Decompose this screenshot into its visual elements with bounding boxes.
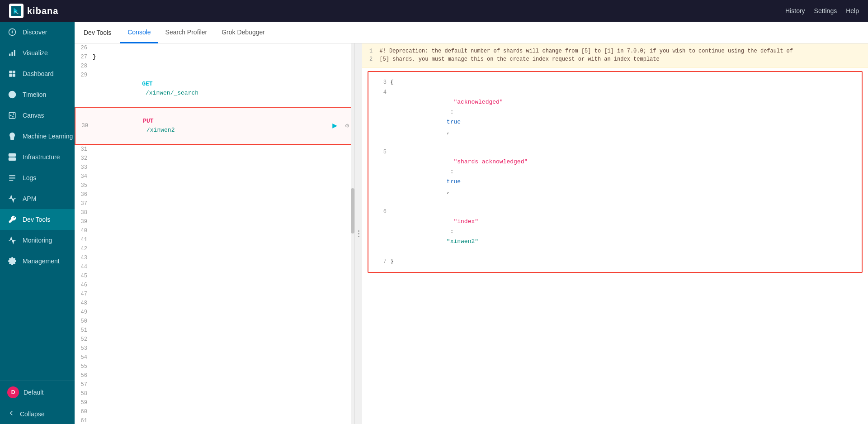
editor-line-30[interactable]: 30 PUT /xinwen2 ▶ ⚙ [75,107,354,145]
collapse-icon [7,409,15,419]
json-open-brace: { [390,77,394,87]
editor-line-46: 46 [75,281,354,290]
editor-line-35: 35 [75,181,354,190]
svg-rect-23 [9,179,15,180]
panel-divider[interactable] [355,43,362,424]
editor-line-26: 26 [75,43,354,52]
kibana-title: kibana [27,6,58,16]
sidebar-label-machine-learning: Machine Learning [23,133,73,140]
editor-line-33: 33 [75,163,354,172]
sidebar-item-infrastructure[interactable]: Infrastructure [0,147,75,167]
editor-line-56: 56 [75,371,354,380]
svg-point-13 [10,115,12,116]
line-num-26: 26 [75,43,91,52]
divider-dot-2 [358,233,359,234]
editor-line-29: 29 GET /xinwen/_search [75,71,354,107]
settings-button[interactable]: ⚙ [345,121,349,130]
devtools-header: Dev Tools Console Search Profiler Grok D… [75,22,868,43]
json-acknowledged: "acknowledged" : true , [390,87,503,147]
svg-rect-21 [9,175,15,176]
editor-line-57: 57 [75,380,354,389]
sidebar-item-machine-learning[interactable]: Machine Learning [0,126,75,147]
warning-text-2: [5] shards, you must manage this on the … [379,56,659,62]
sidebar-item-timelion[interactable]: Timelion [0,84,75,105]
sidebar-bottom: D Default Collapse [0,381,75,424]
editor-line-54: 54 [75,353,354,362]
wrench-icon [7,214,17,224]
sidebar-item-management[interactable]: Management [0,251,75,272]
output-body: 3 { 4 "acknowledged" : true , [372,74,858,270]
svg-rect-24 [9,180,13,181]
sidebar-item-canvas[interactable]: Canvas [0,105,75,126]
output-num-7: 7 [379,257,390,267]
editor-line-38: 38 [75,208,354,217]
output-json-line-4: 4 "acknowledged" : true , [379,87,851,147]
run-button[interactable]: ▶ [332,121,337,130]
get-method: GET [142,81,152,87]
line-content-30: PUT /xinwen2 [92,108,354,144]
grid-icon [7,69,17,79]
output-json-line-3: 3 { [379,77,851,87]
line-num-48: 48 [75,299,91,308]
sidebar-label-infrastructure: Infrastructure [23,153,60,161]
sidebar-label-logs: Logs [23,174,36,181]
line-num-52: 52 [75,335,91,344]
sidebar-item-apm[interactable]: APM [0,188,75,209]
history-link[interactable]: History [785,7,805,14]
tab-search-profiler[interactable]: Search Profiler [158,22,215,43]
svg-rect-8 [13,71,15,73]
canvas-icon [7,110,17,120]
editor-line-42: 42 [75,244,354,253]
editor-scrollbar-thumb[interactable] [351,188,354,234]
sidebar-user[interactable]: D Default [0,381,75,404]
sidebar-label-visualize: Visualize [23,49,48,57]
sidebar-label-apm: APM [23,195,36,202]
editor-line-48: 48 [75,299,354,308]
output-num-6: 6 [379,207,390,217]
json-shards-acknowledged: "shards_acknowledged" : true , [390,147,528,207]
sidebar-item-discover[interactable]: Discover [0,22,75,43]
sidebar-item-visualize[interactable]: Visualize [0,43,75,63]
tab-grok-debugger[interactable]: Grok Debugger [214,22,272,43]
line-num-56: 56 [75,371,91,380]
divider-dot-3 [358,236,359,237]
svg-rect-5 [12,52,13,56]
sidebar-item-dev-tools[interactable]: Dev Tools [0,209,75,230]
warning-text-1: #! Deprecation: the default number of sh… [379,48,793,54]
sidebar-label-management: Management [23,257,60,265]
settings-link[interactable]: Settings [814,7,837,14]
sidebar-item-logs[interactable]: Logs [0,167,75,188]
output-panel: 1 #! Deprecation: the default number of … [362,43,868,424]
svg-rect-10 [13,74,15,77]
url-path-30: /xinwen2 [143,127,175,133]
logs-icon [7,173,17,183]
line-num-55: 55 [75,362,91,371]
editor-line-32: 32 [75,154,354,163]
help-link[interactable]: Help [846,7,859,14]
collapse-label: Collapse [20,410,44,418]
sidebar-collapse[interactable]: Collapse [0,404,75,424]
line-num-59: 59 [75,398,91,407]
editor-line-50: 50 [75,317,354,326]
json-close-brace: } [390,257,394,267]
sidebar-item-dashboard[interactable]: Dashboard [0,63,75,84]
editor-panel[interactable]: 26 27 } 28 29 [75,43,355,424]
editor-line-47: 47 [75,290,354,299]
tab-console[interactable]: Console [120,22,158,43]
line-num-38: 38 [75,208,91,217]
line-num-27: 27 [75,52,91,62]
line-num-49: 49 [75,308,91,317]
editor-line-27: 27 } [75,52,354,62]
line-num-41: 41 [75,235,91,244]
line-num-32: 32 [75,154,91,163]
editor-content[interactable]: 26 27 } 28 29 [75,43,354,424]
output-num-3: 3 [379,77,390,87]
url-path-29: /xinwen/_search [142,90,198,96]
put-method: PUT [143,118,153,124]
editor-line-41: 41 [75,235,354,244]
editor-scrollbar-track[interactable] [351,43,354,424]
line-num-47: 47 [75,290,91,299]
line-num-61: 61 [75,416,91,424]
line-content-27: } [91,52,354,62]
sidebar-item-monitoring[interactable]: Monitoring [0,230,75,251]
